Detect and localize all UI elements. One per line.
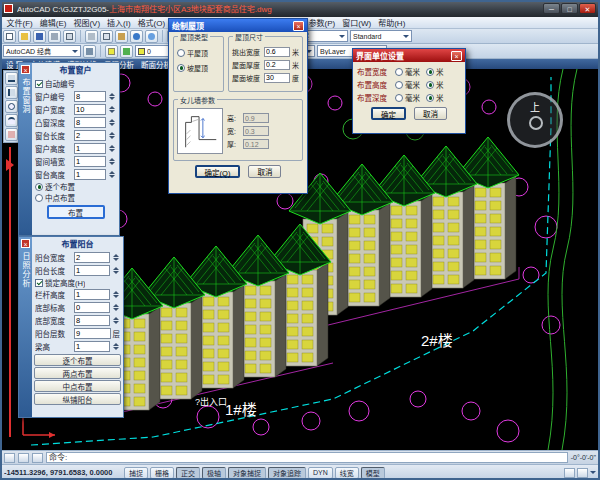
ortho-toggle[interactable]: 正交	[176, 467, 200, 479]
spinner[interactable]	[108, 143, 116, 154]
layer-properties-icon[interactable]	[105, 45, 118, 58]
place-two-point-button[interactable]: 两点布置	[34, 367, 121, 379]
osnap-toggle[interactable]: 对象捕捉	[228, 467, 266, 479]
open-file-icon[interactable]	[18, 30, 31, 43]
polyline-icon[interactable]	[5, 86, 18, 99]
paste-icon[interactable]	[115, 30, 128, 43]
otrack-toggle[interactable]: 对象追踪	[268, 467, 306, 479]
layout2-tab-icon[interactable]	[32, 453, 43, 463]
m-radio[interactable]	[426, 94, 434, 102]
window-height-input[interactable]	[74, 143, 106, 154]
command-input[interactable]: 命令:	[46, 452, 568, 463]
beam-height-input[interactable]	[74, 341, 110, 352]
palette-titlebar-vertical[interactable]: × 布置窗洞	[19, 63, 32, 235]
copy-icon[interactable]	[100, 30, 113, 43]
dialog-titlebar[interactable]: 绘制屋顶 ×	[169, 19, 307, 32]
place-midpoint-button[interactable]: 中点布置	[34, 380, 121, 392]
spinner[interactable]	[112, 289, 120, 300]
workspace-settings-icon[interactable]	[83, 45, 96, 58]
dialog-close-icon[interactable]: ×	[293, 21, 304, 31]
spinner[interactable]	[108, 117, 116, 128]
ok-button[interactable]: 确定(Q)	[195, 165, 241, 178]
lineweight-toggle[interactable]: 线宽	[335, 467, 359, 479]
balcony-width-input[interactable]	[74, 252, 110, 263]
save-icon[interactable]	[33, 30, 46, 43]
railing-height-input[interactable]	[74, 289, 110, 300]
mode-single-radio[interactable]	[35, 183, 43, 191]
polar-toggle[interactable]: 极轴	[202, 467, 226, 479]
menu-insert[interactable]: 插入(I)	[104, 17, 135, 28]
lock-height-checkbox[interactable]	[35, 279, 43, 287]
cut-icon[interactable]	[85, 30, 98, 43]
minimize-button[interactable]: ─	[543, 3, 560, 14]
palette-close-icon[interactable]: ×	[21, 65, 30, 74]
cancel-button[interactable]: 取消	[414, 107, 447, 120]
spinner[interactable]	[108, 130, 116, 141]
maximize-button[interactable]: □	[561, 3, 578, 14]
place-single-button[interactable]: 逐个布置	[34, 354, 121, 366]
sill-length-input[interactable]	[74, 130, 106, 141]
dialog-close-icon[interactable]: ×	[451, 51, 462, 61]
menu-view[interactable]: 视图(V)	[70, 17, 104, 28]
mode-midpoint-radio[interactable]	[35, 194, 43, 202]
mm-radio[interactable]	[395, 68, 403, 76]
window-titlebar[interactable]: AutoCAD C:\GJZTJ2G05-上海市南翔住宅小区A3地块配套商品住宅…	[0, 0, 600, 17]
redo-icon[interactable]	[145, 30, 158, 43]
sill-height-input[interactable]	[74, 169, 106, 180]
spinner[interactable]	[112, 252, 120, 263]
model-tab-icon[interactable]	[4, 453, 15, 463]
bottom-elevation-input[interactable]	[74, 302, 110, 313]
mm-radio[interactable]	[395, 81, 403, 89]
spinner[interactable]	[112, 341, 120, 352]
place-along-button[interactable]: 纵铺阳台	[34, 393, 121, 405]
workspace-combo[interactable]: AutoCAD 经典	[3, 45, 81, 57]
dialog-titlebar[interactable]: 界面单位设置 ×	[353, 49, 465, 62]
navigation-wheel[interactable]: 上	[507, 92, 563, 148]
palette-titlebar-vertical[interactable]: × 日照分析	[19, 237, 32, 417]
menu-format[interactable]: 格式(O)	[134, 17, 169, 28]
menu-parametric[interactable]: 参数(P)	[305, 17, 339, 28]
erase-icon[interactable]	[5, 128, 18, 141]
spinner[interactable]	[108, 156, 116, 167]
model-toggle[interactable]: 模型	[361, 467, 385, 479]
textstyle-combo[interactable]: Standard	[350, 30, 412, 42]
spinner[interactable]	[112, 302, 120, 313]
plot-icon[interactable]	[48, 30, 61, 43]
clean-screen-icon[interactable]	[564, 468, 575, 478]
bay-depth-input[interactable]	[74, 117, 106, 128]
floor-count-input[interactable]	[74, 328, 111, 339]
spinner[interactable]	[112, 265, 120, 276]
spinner[interactable]	[108, 91, 116, 102]
thickness-input[interactable]	[264, 60, 290, 70]
bottom-width-input[interactable]	[74, 315, 110, 326]
cancel-button[interactable]: 取消	[248, 165, 281, 178]
layout1-tab-icon[interactable]	[18, 453, 29, 463]
new-file-icon[interactable]	[3, 30, 16, 43]
pier-width-input[interactable]	[74, 156, 106, 167]
snap-toggle[interactable]: 捕捉	[124, 467, 148, 479]
spinner[interactable]	[112, 315, 120, 326]
menu-window[interactable]: 窗口(W)	[339, 17, 375, 28]
spinner[interactable]	[108, 104, 116, 115]
menu-file[interactable]: 文件(F)	[3, 17, 36, 28]
status-menu-arrow-icon[interactable]	[590, 471, 596, 477]
menu-help[interactable]: 帮助(H)	[375, 17, 409, 28]
window-width-input[interactable]	[74, 104, 106, 115]
slope-input[interactable]	[264, 73, 290, 83]
annotation-scale-icon[interactable]	[577, 468, 588, 478]
balcony-length-input[interactable]	[74, 265, 110, 276]
close-button[interactable]: ✕	[579, 3, 596, 14]
m-radio[interactable]	[426, 68, 434, 76]
dyn-toggle[interactable]: DYN	[308, 467, 333, 479]
window-number-input[interactable]	[74, 91, 106, 102]
undo-icon[interactable]	[130, 30, 143, 43]
mm-radio[interactable]	[395, 94, 403, 102]
menu-edit[interactable]: 编辑(E)	[36, 17, 70, 28]
circle-icon[interactable]	[5, 100, 18, 113]
ok-button[interactable]: 确定	[371, 107, 406, 120]
arc-icon[interactable]	[5, 114, 18, 127]
auto-number-checkbox[interactable]	[35, 80, 43, 88]
overhang-input[interactable]	[264, 47, 290, 57]
palette-close-icon[interactable]: ×	[21, 239, 30, 248]
flat-roof-radio[interactable]	[177, 49, 185, 57]
